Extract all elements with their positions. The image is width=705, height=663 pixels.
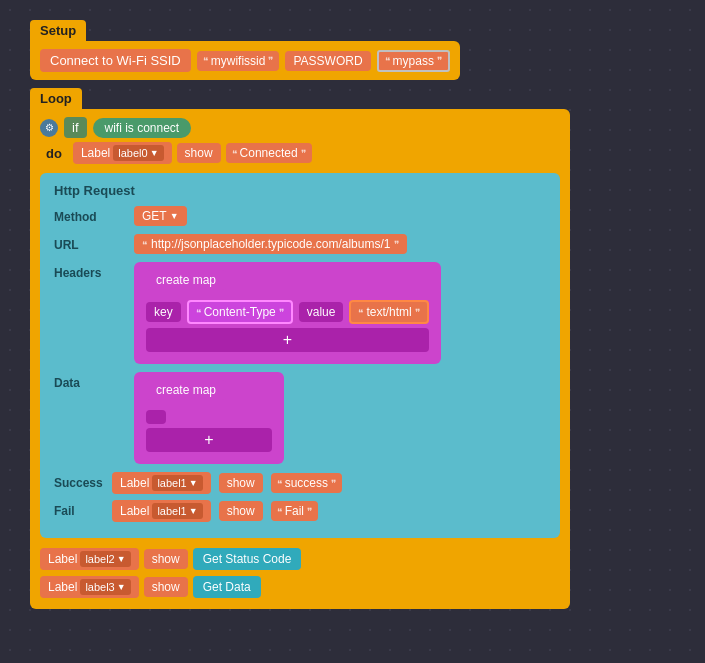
label3-text: Label	[48, 580, 77, 594]
label2-block[interactable]: Label label2 ▼	[40, 548, 139, 570]
ct-q1: ❝	[196, 307, 201, 318]
success-show-btn[interactable]: show	[219, 473, 263, 493]
if-row: ⚙ if wifi is connect	[40, 117, 560, 138]
method-row: Method GET ▼	[54, 206, 546, 226]
url-value: http://jsonplaceholder.typicode.com/albu…	[151, 237, 390, 251]
get-data-block[interactable]: Get Data	[193, 576, 261, 598]
setup-block: Connect to Wi-Fi SSID ❝ mywifissid ❞ PAS…	[30, 41, 460, 80]
password-label: PASSWORD	[285, 51, 370, 71]
headers-map-container: create map key ❝ Content-Type ❞ value ❝	[134, 262, 441, 364]
label3-chevron-icon: ▼	[117, 582, 126, 592]
loop-block: ⚙ if wifi is connect do Label label0 ▼ s…	[30, 109, 570, 609]
success-text: success	[285, 476, 328, 490]
show-button[interactable]: show	[177, 143, 221, 163]
get-data-row: Label label3 ▼ show Get Data	[40, 576, 560, 598]
quote-open: ❝	[203, 55, 208, 66]
data-label: Data	[54, 372, 124, 390]
headers-magenta-block: create map key ❝ Content-Type ❞ value ❝	[134, 262, 441, 364]
success-chevron-icon: ▼	[189, 478, 198, 488]
fv-q1: ❝	[277, 506, 282, 517]
label2-chevron-icon: ▼	[117, 554, 126, 564]
quote-close: ❞	[268, 55, 273, 66]
text-html-block: ❝ text/html ❞	[349, 300, 428, 324]
label-block-do[interactable]: Label label0 ▼	[73, 142, 172, 164]
method-label: Method	[54, 206, 124, 224]
fail-text: Fail	[285, 504, 304, 518]
status-show-btn[interactable]: show	[144, 549, 188, 569]
success-label: Success	[54, 476, 104, 490]
ssid-value: mywifissid	[211, 54, 266, 68]
text-html-value: text/html	[366, 305, 411, 319]
method-block[interactable]: GET ▼	[134, 206, 187, 226]
chevron-down-icon: ▼	[150, 148, 159, 158]
connect-wifi-block[interactable]: Connect to Wi-Fi SSID	[40, 49, 191, 72]
condition-block[interactable]: wifi is connect	[93, 118, 192, 138]
fail-show-btn[interactable]: show	[219, 501, 263, 521]
url-row: URL ❝ http://jsonplaceholder.typicode.co…	[54, 234, 546, 254]
success-label-block[interactable]: Label label1 ▼	[112, 472, 211, 494]
fail-row: Fail Label label1 ▼ show ❝ Fail ❞	[54, 500, 546, 522]
do-label: do	[40, 144, 68, 163]
label3-dropdown[interactable]: label3 ▼	[80, 579, 130, 595]
label0-dropdown[interactable]: label0 ▼	[113, 145, 163, 161]
label-text-success: Label	[120, 476, 149, 490]
label-text-fail: Label	[120, 504, 149, 518]
url-q2: ❞	[394, 239, 399, 250]
loop-label: Loop	[30, 88, 82, 109]
fail-value-block: ❝ Fail ❞	[271, 501, 318, 521]
method-value: GET	[142, 209, 167, 223]
label3-block[interactable]: Label label3 ▼	[40, 576, 139, 598]
connect-text: Connect to Wi-Fi SSID	[50, 53, 181, 68]
content-type-value: Content-Type	[204, 305, 276, 319]
headers-label: Headers	[54, 262, 124, 280]
value-label-block[interactable]: value	[299, 302, 344, 322]
label2-value: label2	[85, 553, 114, 565]
pass-quote-close: ❞	[437, 55, 442, 66]
label2-text: Label	[48, 552, 77, 566]
success-row: Success Label label1 ▼ show ❝ success ❞	[54, 472, 546, 494]
label1-success-dropdown[interactable]: label1 ▼	[152, 475, 202, 491]
data-connector	[146, 410, 166, 424]
label0-value: label0	[118, 147, 147, 159]
gear-icon[interactable]: ⚙	[40, 119, 58, 137]
ssid-block: ❝ mywifissid ❞	[197, 51, 280, 71]
if-label: if	[72, 120, 79, 135]
fail-label-block[interactable]: Label label1 ▼	[112, 500, 211, 522]
key-label-block[interactable]: key	[146, 302, 181, 322]
conn-q2: ❞	[301, 148, 306, 159]
bottom-rows: Label label2 ▼ show Get Status Code Labe…	[40, 548, 560, 598]
data-plus-button[interactable]: +	[146, 428, 272, 452]
http-title: Http Request	[54, 183, 546, 198]
method-chevron-icon: ▼	[170, 211, 179, 221]
th-q1: ❝	[358, 307, 363, 318]
fail-label: Fail	[54, 504, 104, 518]
do-row: do Label label0 ▼ show ❝ Connected ❞	[40, 142, 560, 164]
label-text: Label	[81, 146, 110, 160]
status-code-row: Label label2 ▼ show Get Status Code	[40, 548, 560, 570]
label2-dropdown[interactable]: label2 ▼	[80, 551, 130, 567]
label3-value: label3	[85, 581, 114, 593]
fail-chevron-icon: ▼	[189, 506, 198, 516]
url-q1: ❝	[142, 239, 147, 250]
pass-quote-open: ❝	[385, 55, 390, 66]
headers-plus-button[interactable]: +	[146, 328, 429, 352]
sv-q2: ❞	[331, 478, 336, 489]
conn-q1: ❝	[232, 148, 237, 159]
content-type-block: ❝ Content-Type ❞	[187, 300, 293, 324]
create-map-header[interactable]: create map	[146, 270, 226, 290]
connected-text: Connected	[240, 146, 298, 160]
password-input[interactable]: ❝ mypass ❞	[377, 50, 450, 72]
key-value-row: key ❝ Content-Type ❞ value ❝ text/html ❞	[146, 300, 429, 324]
get-status-block[interactable]: Get Status Code	[193, 548, 302, 570]
data-show-btn[interactable]: show	[144, 577, 188, 597]
password-value: mypass	[393, 54, 434, 68]
label1-success-value: label1	[157, 477, 186, 489]
url-block[interactable]: ❝ http://jsonplaceholder.typicode.com/al…	[134, 234, 407, 254]
fv-q2: ❞	[307, 506, 312, 517]
setup-label: Setup	[30, 20, 86, 41]
connected-block: ❝ Connected ❞	[226, 143, 312, 163]
headers-row: Headers create map key ❝ Content-Type ❞ …	[54, 262, 546, 364]
label1-fail-dropdown[interactable]: label1 ▼	[152, 503, 202, 519]
data-create-map[interactable]: create map	[146, 380, 226, 400]
if-block[interactable]: if	[64, 117, 87, 138]
